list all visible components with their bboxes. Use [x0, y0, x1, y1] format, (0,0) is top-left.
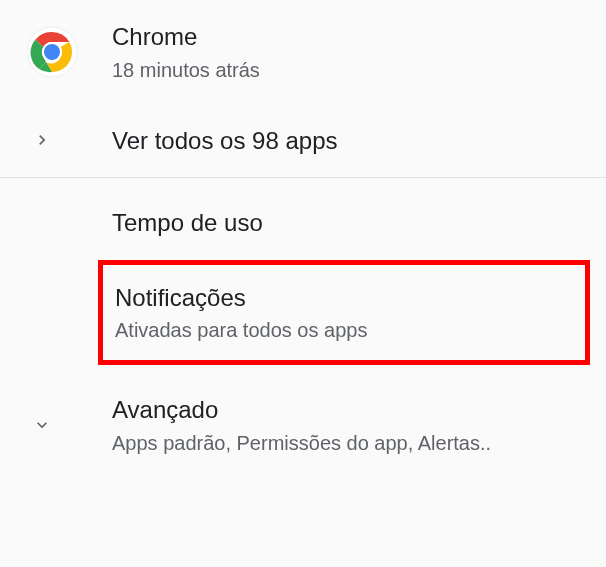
advanced-item[interactable]: Avançado Apps padrão, Permissões do app,… [0, 373, 606, 477]
notifications-title: Notificações [115, 281, 573, 315]
recent-app-item[interactable]: Chrome 18 minutos atrás [0, 0, 606, 104]
notifications-item[interactable]: Notificações Ativadas para todos os apps [98, 260, 590, 366]
notifications-subtitle: Ativadas para todos os apps [115, 316, 573, 344]
chrome-icon [24, 24, 80, 80]
screen-time-item[interactable]: Tempo de uso [0, 178, 606, 252]
svg-point-2 [44, 44, 60, 60]
screen-time-label: Tempo de uso [112, 206, 582, 240]
app-time: 18 minutos atrás [112, 56, 582, 84]
chevron-down-icon [24, 415, 80, 435]
see-all-apps-label: Ver todos os 98 apps [112, 124, 582, 158]
advanced-subtitle: Apps padrão, Permissões do app, Alertas.… [112, 429, 582, 457]
chevron-right-icon [24, 130, 80, 150]
see-all-apps-item[interactable]: Ver todos os 98 apps [0, 104, 606, 178]
app-name: Chrome [112, 20, 582, 54]
advanced-title: Avançado [112, 393, 582, 427]
